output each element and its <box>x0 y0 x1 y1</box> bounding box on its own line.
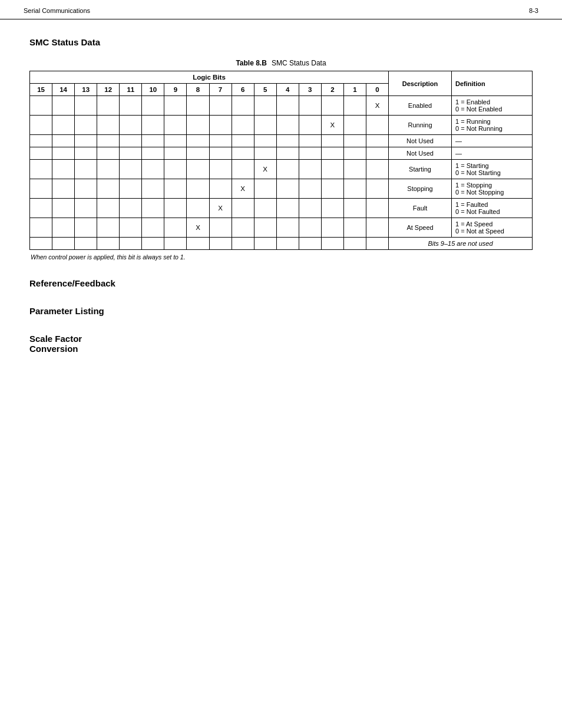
bit-number-10: 10 <box>142 84 164 96</box>
table-title: Table 8.BSMC Status Data <box>29 59 533 67</box>
table-row: Bits 9–15 are not used <box>30 238 533 250</box>
table-row: XAt Speed1 = At Speed 0 = Not at Speed <box>30 218 533 238</box>
table-row: XFault1 = Faulted 0 = Not Faulted <box>30 199 533 218</box>
definition-header: Definition <box>452 71 533 96</box>
bit-number-14: 14 <box>52 84 75 96</box>
bit-number-3: 3 <box>299 84 321 96</box>
logic-bits-header: Logic Bits <box>30 71 389 84</box>
bit-number-0: 0 <box>366 84 388 96</box>
bit-number-4: 4 <box>276 84 299 96</box>
bit-number-15: 15 <box>30 84 52 96</box>
description-header: Description <box>389 71 452 96</box>
section1-title: SMC Status Data <box>29 37 533 47</box>
footnote: When control power is applied, this bit … <box>31 253 533 261</box>
header-center: Serial Communications <box>24 7 90 14</box>
bit-number-1: 1 <box>343 84 366 96</box>
bit-number-2: 2 <box>321 84 343 96</box>
section4-title-line1: Scale Factor Conversion <box>29 334 533 354</box>
bit-number-9: 9 <box>164 84 187 96</box>
bit-number-13: 13 <box>75 84 97 96</box>
table-row: XRunning1 = Running 0 = Not Running <box>30 116 533 135</box>
table-row: XStopping1 = Stopping 0 = Not Stopping <box>30 179 533 199</box>
bit-number-6: 6 <box>232 84 254 96</box>
bit-number-12: 12 <box>97 84 120 96</box>
table-row: Not Used— <box>30 147 533 160</box>
table-row: XEnabled1 = Enabled 0 = Not Enabled <box>30 96 533 116</box>
bit-number-11: 11 <box>120 84 142 96</box>
page-number: 8-3 <box>529 7 538 14</box>
data-table: Logic Bits Description Definition 151413… <box>29 71 533 250</box>
bit-number-8: 8 <box>187 84 209 96</box>
bit-number-5: 5 <box>254 84 276 96</box>
table-row: Not Used— <box>30 135 533 147</box>
table-row: XStarting1 = Starting 0 = Not Starting <box>30 160 533 179</box>
section3-title: Parameter Listing <box>29 306 533 316</box>
bit-number-7: 7 <box>209 84 232 96</box>
page-header: Serial Communications 8-3 <box>0 0 562 19</box>
section2-title: Reference/Feedback <box>29 278 533 288</box>
